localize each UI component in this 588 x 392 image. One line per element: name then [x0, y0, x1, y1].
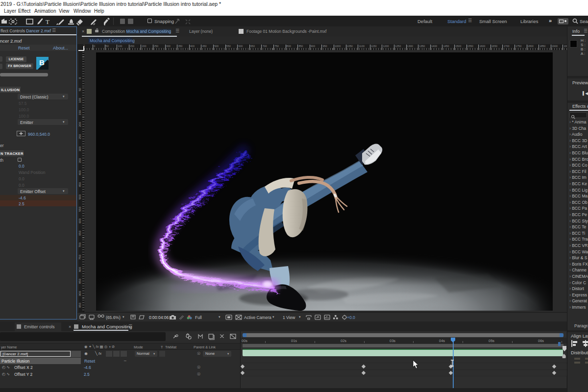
svg-text:T: T — [46, 18, 49, 25]
